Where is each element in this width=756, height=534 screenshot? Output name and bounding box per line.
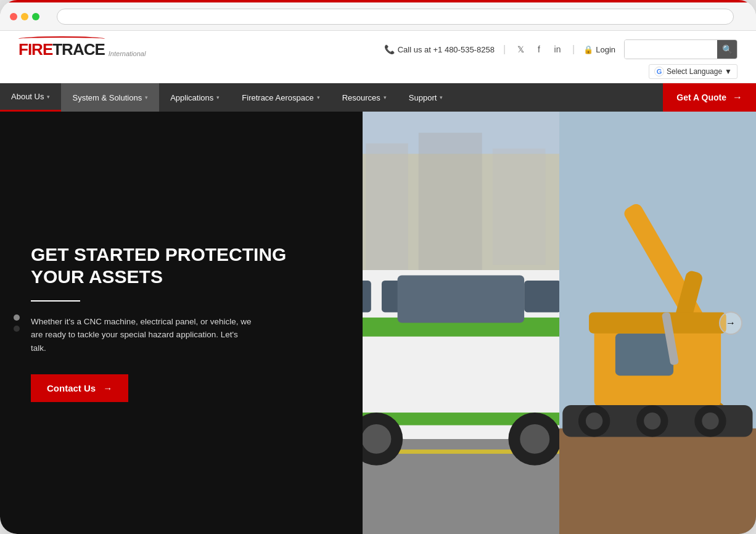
svg-rect-15 [525,281,560,312]
phone-call[interactable]: 📞 Call us at +1 480-535-8258 [384,44,495,54]
nav-label-about-us: About Us [11,92,44,101]
site-wrapper: FIRETRACE International 📞 Call us at +1 … [0,31,756,534]
header-right: 📞 Call us at +1 480-535-8258 | 𝕏 f in | … [384,39,738,59]
nav-chevron-system-solutions: ▾ [145,94,148,101]
divider-2: | [572,44,575,55]
nav-item-firetrace-aerospace[interactable]: Firetrace Aerospace ▾ [231,83,331,112]
svg-rect-29 [589,312,726,333]
divider-1: | [503,44,506,55]
nav-cta-label: Get A Quote [676,92,726,102]
hero-images [363,112,756,534]
search-button[interactable]: 🔍 [717,40,737,59]
url-bar[interactable] [57,9,734,25]
logo-trace: TRACE [52,40,105,59]
logo-international: International [109,50,146,59]
nav-chevron-support: ▾ [440,94,443,101]
slide-dot-1[interactable] [14,314,20,321]
nav-cta-arrow-icon: → [733,92,742,103]
slide-next-button[interactable]: → [719,311,742,335]
svg-point-34 [644,413,660,429]
language-selector[interactable]: G Select Language ▼ [649,64,738,79]
language-arrow-icon: ▼ [725,67,732,76]
twitter-icon[interactable]: 𝕏 [514,43,527,55]
browser-chrome [0,2,756,31]
nav-chevron-resources: ▾ [384,94,387,101]
google-translate-icon: G [654,67,664,76]
logo-arc: FIRETRACE [18,40,105,59]
nav-item-resources[interactable]: Resources ▾ [331,83,398,112]
svg-rect-11 [363,281,371,312]
nav-item-about-us[interactable]: About Us ▾ [0,83,61,112]
close-button[interactable] [10,13,17,20]
header-top: FIRETRACE International 📞 Call us at +1 … [18,31,738,64]
nav-cta-get-quote[interactable]: Get A Quote → [663,83,756,112]
login-label: Login [596,45,615,54]
contact-us-button[interactable]: Contact Us → [31,374,128,402]
nav-item-applications[interactable]: Applications ▾ [159,83,231,112]
maximize-button[interactable] [32,13,39,20]
hero-section: GET STARTED PROTECTING YOUR ASSETS Wheth… [0,112,756,534]
contact-us-arrow-icon: → [103,383,112,393]
nav-item-system-solutions[interactable]: System & Solutions ▾ [61,83,159,112]
hero-left-panel: GET STARTED PROTECTING YOUR ASSETS Wheth… [0,112,363,534]
svg-rect-24 [559,429,756,534]
nav-label-support: Support [409,93,437,102]
language-row: G Select Language ▼ [18,64,738,83]
search-input[interactable] [625,40,717,59]
site-nav: About Us ▾ System & Solutions ▾ Applicat… [0,83,756,112]
hero-bus-image [363,112,559,534]
facebook-icon[interactable]: f [533,43,545,55]
linkedin-icon[interactable]: in [551,43,564,55]
svg-point-36 [702,413,719,429]
traffic-lights [10,13,39,20]
nav-label-applications: Applications [170,93,213,102]
phone-label: Call us at +1 480-535-8258 [398,45,495,54]
slide-dot-2[interactable] [14,326,20,332]
device-frame: FIRETRACE International 📞 Call us at +1 … [0,0,756,534]
svg-rect-28 [615,334,673,376]
phone-icon: 📞 [384,44,395,54]
logo-fire: FIRE [18,40,52,59]
svg-rect-4 [419,133,482,270]
svg-rect-3 [366,143,409,270]
login-button[interactable]: 🔒 Login [583,45,615,54]
nav-item-support[interactable]: Support ▾ [398,83,454,112]
slide-indicators [14,314,20,332]
svg-point-22 [520,424,550,454]
social-icons: 𝕏 f in [514,43,564,55]
hero-description: Whether it's a CNC machine, electrical p… [31,315,253,355]
contact-us-label: Contact Us [47,383,96,393]
site-header: FIRETRACE International 📞 Call us at +1 … [0,31,756,83]
svg-point-32 [586,413,602,429]
nav-label-firetrace-aerospace: Firetrace Aerospace [242,93,313,102]
nav-chevron-applications: ▾ [216,94,220,101]
nav-chevron-firetrace-aerospace: ▾ [317,94,320,101]
minimize-button[interactable] [21,13,28,20]
svg-rect-18 [398,275,525,322]
logo-area[interactable]: FIRETRACE International [18,40,146,59]
hero-divider [31,300,80,302]
nav-chevron-about-us: ▾ [47,94,50,100]
svg-rect-5 [493,149,546,265]
nav-label-resources: Resources [342,93,380,102]
hero-title: GET STARTED PROTECTING YOUR ASSETS [31,244,332,288]
lock-icon: 🔒 [583,45,593,54]
search-box: 🔍 [624,39,738,59]
svg-point-20 [363,424,391,454]
nav-label-system-solutions: System & Solutions [72,93,142,102]
language-label: Select Language [667,67,722,76]
logo-text: FIRETRACE [18,40,105,59]
slide-next-icon: → [726,318,736,329]
